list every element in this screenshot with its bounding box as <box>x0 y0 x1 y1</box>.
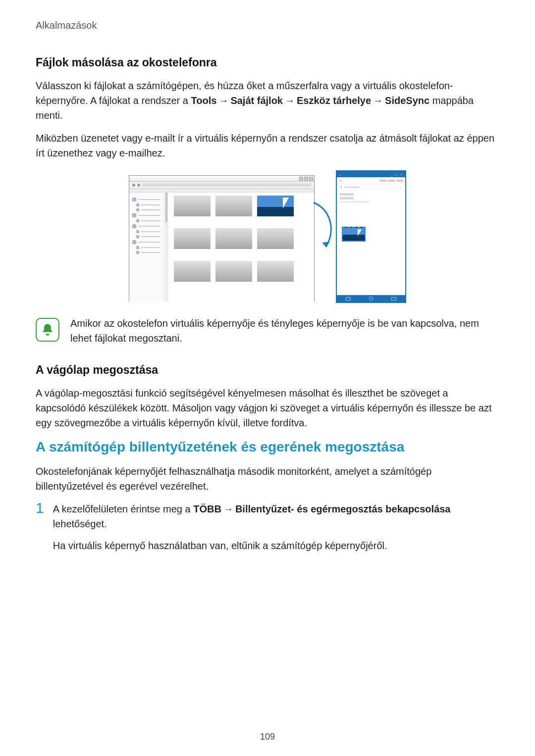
phone-window: ⌄ _ □ × ← ⌄ <box>336 170 406 303</box>
path-tools: Tools <box>191 95 217 106</box>
figure-drag-drop: ⌄ _ □ × ← ⌄ <box>36 170 499 304</box>
win-close-icon <box>309 177 313 181</box>
path-device: Eszköz tárhelye <box>297 95 371 106</box>
back-icon: ← <box>339 178 344 183</box>
option-label: Billentyűzet- és egérmegosztás bekapcsol… <box>235 504 451 514</box>
section-clipboard-p1: A vágólap-megosztási funkció segítségéve… <box>36 386 499 430</box>
svg-marker-0 <box>322 242 330 247</box>
section-clipboard-title: A vágólap megosztása <box>36 363 499 377</box>
section-share-p1: Okostelefonjának képernyőjét felhasználh… <box>36 464 499 494</box>
file-thumb <box>215 228 252 249</box>
file-thumb <box>174 228 211 249</box>
arrow-2: → <box>283 95 297 106</box>
path-sidesync: SideSync <box>385 95 429 106</box>
arrow-3: → <box>371 95 385 106</box>
sidebar <box>129 193 164 302</box>
file-thumb <box>174 196 211 216</box>
section-copy-p2: Miközben üzenetet vagy e-mailt ír a virt… <box>36 131 499 160</box>
file-thumb-dragged <box>257 196 294 216</box>
win-min-icon <box>299 177 303 181</box>
ph-min-icon: _ <box>390 173 394 176</box>
home-icon <box>369 297 373 301</box>
step-1: 1 A kezelőfelületen érintse meg a TÖBB→B… <box>36 502 499 560</box>
path-myfiles: Saját fájlok <box>230 95 283 106</box>
file-grid <box>164 193 314 302</box>
win-max-icon <box>304 177 308 181</box>
s1a: A kezelőfelületen érintse meg a <box>53 504 194 514</box>
step-number: 1 <box>36 501 44 559</box>
file-thumb <box>174 261 211 282</box>
note-bell-icon <box>36 318 59 342</box>
desktop-window <box>129 175 315 302</box>
arrow-4: → <box>221 504 235 514</box>
chevron-down-icon: ⌄ <box>338 172 342 177</box>
ph-max-icon: □ <box>395 173 399 176</box>
file-thumb <box>215 196 252 216</box>
step-1-line2: Ha virtuális képernyő használatban van, … <box>53 538 499 553</box>
file-thumb <box>215 261 252 282</box>
page-number: 109 <box>0 732 535 742</box>
more-label: TÖBB <box>193 504 221 514</box>
section-copy-p1: Válasszon ki fájlokat a számítógépen, és… <box>36 78 499 123</box>
section-share-title: A számítógép billentyűzetének és egeréne… <box>36 439 499 455</box>
ph-close-icon: × <box>400 173 404 176</box>
section-copy-title: Fájlok másolása az okostelefonra <box>36 56 499 69</box>
drop-target <box>342 227 366 242</box>
nav-fwd-icon <box>137 184 140 187</box>
step-1-line1: A kezelőfelületen érintse meg a TÖBB→Bil… <box>53 502 499 531</box>
address-bar <box>142 183 311 187</box>
back-nav-icon <box>391 297 396 301</box>
chevron-down-icon: ⌄ <box>398 185 402 190</box>
arrow-1: → <box>216 95 230 106</box>
note-text: Amikor az okostelefon virtuális képernyő… <box>70 316 499 346</box>
nav-back-icon <box>132 184 135 187</box>
file-thumb <box>257 261 294 282</box>
recent-icon <box>346 297 351 301</box>
file-thumb <box>257 228 294 249</box>
note-block: Amikor az okostelefon virtuális képernyő… <box>36 316 499 346</box>
page-header: Alkalmazások <box>36 20 499 31</box>
s1b: lehetőséget. <box>53 518 107 529</box>
